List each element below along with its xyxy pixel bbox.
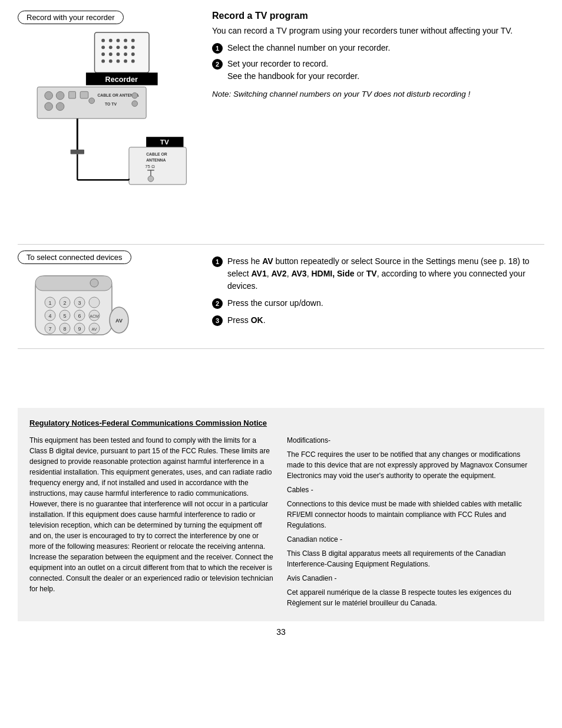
svg-text:ACM: ACM xyxy=(90,314,99,318)
svg-point-7 xyxy=(109,45,113,49)
svg-rect-36 xyxy=(71,150,84,154)
svg-text:75 Ω: 75 Ω xyxy=(145,164,155,169)
svg-point-20 xyxy=(131,60,135,63)
svg-point-14 xyxy=(124,52,127,56)
svg-point-25 xyxy=(56,91,64,100)
svg-point-26 xyxy=(45,103,53,111)
reg-para: Avis Canadien - xyxy=(287,573,533,584)
record-title: Record a TV program xyxy=(212,11,544,21)
select-step-3: 3 Press OK. xyxy=(212,314,544,327)
svg-point-32 xyxy=(89,98,95,104)
svg-point-3 xyxy=(117,39,120,42)
svg-rect-28 xyxy=(69,91,76,98)
record-section: Record with your recorder xyxy=(18,11,544,245)
regulatory-col-left: This equipment has been tested and found… xyxy=(29,435,275,612)
svg-text:Recorder: Recorder xyxy=(105,75,138,84)
svg-point-10 xyxy=(131,45,135,49)
svg-point-13 xyxy=(117,52,120,56)
svg-text:TV: TV xyxy=(160,138,169,146)
svg-point-4 xyxy=(124,39,127,42)
record-steps: 1 Select the channel number on your reco… xyxy=(212,42,544,83)
select-step-2: 2 Press the cursor up/down. xyxy=(212,297,544,309)
svg-point-45 xyxy=(148,176,154,182)
reg-para: Modifications- xyxy=(287,435,533,446)
record-note: Note: Switching channel numbers on your … xyxy=(212,88,544,100)
reg-para: Canadian notice - xyxy=(287,534,533,545)
spacer xyxy=(18,355,544,402)
record-step-2: 2 Set your recorder to record.See the ha… xyxy=(212,58,544,83)
svg-text:TO TV: TO TV xyxy=(105,102,117,106)
svg-point-8 xyxy=(117,45,120,49)
regulatory-title: Regulatory Notices-Federal Communication… xyxy=(29,417,533,429)
reg-para-1: This equipment has been tested and found… xyxy=(29,435,275,594)
regulatory-section: Regulatory Notices-Federal Communication… xyxy=(18,408,544,621)
record-step-1: 1 Select the channel number on your reco… xyxy=(212,42,544,54)
select-step-3-num: 3 xyxy=(212,315,223,326)
select-devices-section: To select connected devices 1 2 3 4 xyxy=(18,251,544,349)
svg-point-9 xyxy=(124,45,127,49)
svg-point-17 xyxy=(109,60,113,63)
svg-rect-29 xyxy=(80,91,88,98)
page: Record with your recorder xyxy=(0,0,562,728)
svg-text:CABLE OR: CABLE OR xyxy=(146,152,167,156)
select-section-label: To select connected devices xyxy=(18,251,131,264)
svg-point-34 xyxy=(132,101,138,107)
svg-point-27 xyxy=(56,103,64,111)
svg-point-16 xyxy=(101,60,105,63)
record-instructions: Record a TV program You can record a TV … xyxy=(194,11,544,235)
svg-rect-0 xyxy=(95,32,150,73)
svg-text:AV: AV xyxy=(92,327,97,331)
step-2-num: 2 xyxy=(212,59,223,70)
remote-diagram: To select connected devices 1 2 3 4 xyxy=(18,251,194,339)
svg-point-5 xyxy=(131,39,135,42)
svg-point-12 xyxy=(109,52,113,56)
select-step-1-num: 1 xyxy=(212,256,223,267)
svg-text:ANTENNA: ANTENNA xyxy=(146,158,166,162)
step-1-num: 1 xyxy=(212,43,223,54)
svg-text:7: 7 xyxy=(48,326,51,332)
recorder-diagram: Record with your recorder xyxy=(18,11,194,235)
svg-text:5: 5 xyxy=(63,313,66,319)
svg-text:9: 9 xyxy=(78,326,81,332)
reg-para: Cet appareil numérique de la classe B re… xyxy=(287,587,533,608)
record-intro: You can record a TV program using your r… xyxy=(212,25,544,37)
svg-text:2: 2 xyxy=(63,300,66,306)
svg-rect-50 xyxy=(35,276,112,291)
svg-text:4: 4 xyxy=(48,313,51,319)
svg-point-18 xyxy=(117,60,120,63)
svg-text:6: 6 xyxy=(78,313,81,319)
svg-point-15 xyxy=(131,52,135,56)
svg-point-19 xyxy=(124,60,127,63)
page-number: 33 xyxy=(18,627,544,637)
reg-para: Connections to this device must be made … xyxy=(287,499,533,531)
svg-point-51 xyxy=(90,279,98,287)
select-step-2-num: 2 xyxy=(212,298,223,309)
svg-point-33 xyxy=(132,93,138,98)
svg-point-24 xyxy=(45,91,53,100)
svg-point-2 xyxy=(109,39,113,42)
svg-text:8: 8 xyxy=(63,326,66,332)
svg-text:1: 1 xyxy=(48,300,51,306)
svg-point-11 xyxy=(101,52,105,56)
regulatory-columns: This equipment has been tested and found… xyxy=(29,435,533,612)
reg-para: This Class B digital apparatus meets all… xyxy=(287,548,533,569)
svg-text:3: 3 xyxy=(78,300,81,306)
reg-para: The FCC requires the user to be notified… xyxy=(287,449,533,481)
recorder-tv-diagram: Recorder CABLE OR ANTENNA TO TV xyxy=(18,11,194,229)
select-step-1: 1 Press he AV button repeatedly or selec… xyxy=(212,255,544,292)
remote-svg: 1 2 3 4 5 6 ACM 7 8 xyxy=(29,273,147,344)
select-step-1-text: Press he AV button repeatedly or select … xyxy=(227,255,544,292)
svg-point-6 xyxy=(101,45,105,49)
svg-text:AV: AV xyxy=(115,318,123,324)
reg-para: Cables - xyxy=(287,485,533,495)
select-steps: 1 Press he AV button repeatedly or selec… xyxy=(212,255,544,327)
svg-point-1 xyxy=(101,39,105,42)
regulatory-col-right: Modifications-The FCC requires the user … xyxy=(287,435,533,612)
svg-point-58 xyxy=(89,297,100,308)
select-instructions: 1 Press he AV button repeatedly or selec… xyxy=(194,251,544,339)
